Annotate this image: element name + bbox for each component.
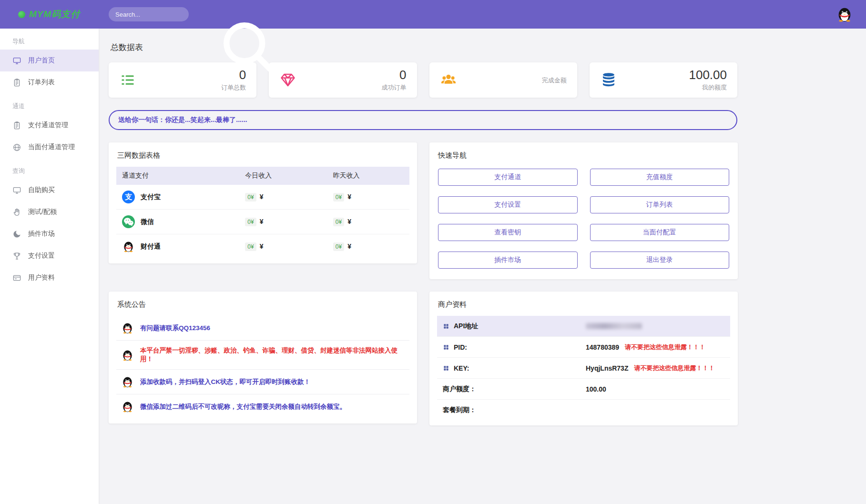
column-header: 通道支付 [116, 167, 239, 185]
yesterday-income-badge: 0¥ [333, 242, 344, 251]
merchant-row-quota: 商户额度： 100.00 [437, 379, 730, 400]
sidebar-item-label: 支付设置 [28, 252, 55, 260]
quick-nav-order-list-button[interactable]: 订单列表 [590, 196, 730, 213]
middle-panels: 三网数据表格 通道支付 今日收入 昨天收入 支支付宝 0¥¥ 0¥¥ [109, 142, 737, 425]
currency-symbol: ¥ [260, 193, 264, 201]
merchant-quota-value: 100.00 [586, 385, 606, 393]
sidebar-item-test-quota[interactable]: 测试/配额 [0, 201, 99, 223]
sidebar-item-self-purchase[interactable]: 自助购买 [0, 179, 99, 201]
currency-symbol: ¥ [347, 193, 351, 201]
announcement-text: 添加收款码，并扫码登入CK状态，即可开启即时到账收款！ [140, 378, 310, 386]
stat-label: 我的额度 [689, 83, 727, 92]
today-income-badge: 0¥ [245, 193, 256, 202]
grid-icon [443, 344, 449, 351]
channel-name: 支付宝 [141, 193, 161, 202]
redacted-api-url [586, 323, 642, 329]
penguin-avatar-icon [836, 6, 853, 23]
table-row: 微信 0¥¥ 0¥¥ [116, 210, 409, 234]
sidebar-item-label: 自助购买 [28, 186, 55, 194]
notice-banner: 送给你一句话：你还是...笑起来...最棒了...... [109, 110, 737, 130]
database-icon [600, 71, 617, 89]
quick-nav-logout-button[interactable]: 退出登录 [590, 252, 730, 269]
sidebar-item-plugin-market[interactable]: 插件市场 [0, 223, 99, 245]
sidebar-item-label: 插件市场 [28, 230, 55, 238]
sidebar: 导航 用户首页 订单列表 通道 支付通道管理 当面付通道管理 查询 自助购买 测… [0, 29, 99, 504]
sidebar-item-pay-settings[interactable]: 支付设置 [0, 245, 99, 267]
table-row: 财付通 0¥¥ 0¥¥ [116, 234, 409, 259]
sidebar-item-user-home[interactable]: 用户首页 [0, 50, 99, 71]
sidebar-item-label: 用户资料 [28, 273, 55, 282]
card-icon [12, 273, 21, 282]
quick-nav-view-key-button[interactable]: 查看密钥 [438, 224, 578, 241]
announcement-item: 有问题请联系QQ123456 [116, 316, 409, 341]
penguin-icon [121, 400, 134, 413]
announcement-text: 本平台严禁一切淫秽、涉赌、政治、钓鱼、诈骗、理财、借贷、封建迷信等非法网站接入使… [140, 346, 405, 363]
leak-warning: 请不要把这些信息泄露！！！ [634, 364, 714, 373]
channel-table: 通道支付 今日收入 昨天收入 支支付宝 0¥¥ 0¥¥ 微信 0¥¥ 0¥¥ [116, 167, 409, 259]
penguin-icon [121, 349, 134, 362]
sidebar-section-nav: 导航 [0, 29, 99, 50]
brand-title: MYM码支付 [29, 8, 80, 20]
quick-nav-pay-channel-button[interactable]: 支付通道 [438, 169, 578, 186]
hand-icon [12, 208, 21, 217]
channel-name: 微信 [141, 218, 154, 226]
clipboard-icon [12, 121, 21, 130]
grid-icon [443, 365, 449, 372]
currency-symbol: ¥ [347, 242, 351, 250]
merchant-label: 商户额度： [443, 385, 476, 393]
search-box[interactable] [109, 7, 189, 21]
merchant-label: 套餐到期： [443, 406, 476, 414]
user-avatar[interactable] [835, 5, 854, 23]
monitor-icon [12, 186, 21, 195]
users-icon [440, 71, 457, 89]
penguin-icon [121, 322, 134, 334]
search-input[interactable] [115, 11, 176, 18]
sidebar-item-pay-channel-mgmt[interactable]: 支付通道管理 [0, 114, 99, 136]
quick-nav-f2f-config-button[interactable]: 当面付配置 [590, 224, 730, 241]
merchant-row-key: KEY: HyqjLnsR73Z 请不要把这些信息泄露！！！ [437, 358, 730, 379]
today-income-badge: 0¥ [245, 218, 256, 226]
currency-symbol: ¥ [260, 242, 264, 250]
channel-name: 财付通 [141, 242, 161, 251]
merchant-label: PID: [454, 343, 467, 351]
sidebar-section-channel: 通道 [0, 93, 99, 114]
table-row: 支支付宝 0¥¥ 0¥¥ [116, 185, 409, 210]
currency-symbol: ¥ [347, 218, 351, 225]
merchant-pid-value: 148780389 [586, 343, 619, 351]
globe-icon [12, 143, 21, 152]
sidebar-section-query: 查询 [0, 158, 99, 179]
announcement-item: 本平台严禁一切淫秽、涉赌、政治、钓鱼、诈骗、理财、借贷、封建迷信等非法网站接入使… [116, 341, 409, 370]
sidebar-item-label: 订单列表 [28, 78, 55, 87]
penguin-icon [121, 375, 134, 388]
sidebar-item-f2f-channel-mgmt[interactable]: 当面付通道管理 [0, 136, 99, 158]
stat-label: 完成金额 [542, 76, 567, 85]
merchant-profile-panel: 商户资料 API地址 PID: 148780389 请不要把这些信息泄露！！！ [429, 292, 738, 425]
clipboard-icon [12, 78, 21, 87]
tenpay-penguin-icon [122, 240, 135, 253]
today-income-badge: 0¥ [245, 242, 256, 251]
panel-title: 三网数据表格 [117, 151, 408, 160]
trophy-icon [12, 252, 21, 261]
stat-card-my-quota: 100.00 我的额度 [590, 62, 737, 98]
moon-icon [12, 230, 21, 239]
sidebar-item-order-list[interactable]: 订单列表 [0, 71, 99, 93]
column-header: 今日收入 [239, 167, 327, 185]
search-icon[interactable] [176, 10, 184, 19]
quick-nav-plugin-market-button[interactable]: 插件市场 [438, 252, 578, 269]
merchant-label: KEY: [454, 364, 469, 372]
sidebar-item-label: 支付通道管理 [28, 121, 68, 130]
quick-nav-panel: 快速导航 支付通道 充值额度 支付设置 订单列表 查看密钥 当面付配置 插件市场… [429, 142, 738, 279]
merchant-row-api: API地址 [437, 316, 730, 337]
brand[interactable]: MYM码支付 [0, 8, 99, 20]
announcement-item: 微信添加过二维码后不可改昵称，支付宝需要关闭余额自动转到余额宝。 [116, 394, 409, 419]
brand-logo-icon [18, 11, 25, 18]
stat-label: 订单总数 [221, 83, 246, 92]
leak-warning: 请不要把这些信息泄露！！！ [625, 343, 705, 352]
quick-nav-pay-settings-button[interactable]: 支付设置 [438, 196, 578, 213]
panel-title: 商户资料 [438, 300, 729, 309]
sidebar-item-user-profile[interactable]: 用户资料 [0, 267, 99, 289]
announcement-item: 添加收款码，并扫码登入CK状态，即可开启即时到账收款！ [116, 370, 409, 394]
quick-nav-recharge-quota-button[interactable]: 充值额度 [590, 169, 730, 186]
merchant-row-package-expiry: 套餐到期： [437, 400, 730, 421]
stat-value: 100.00 [689, 68, 727, 82]
